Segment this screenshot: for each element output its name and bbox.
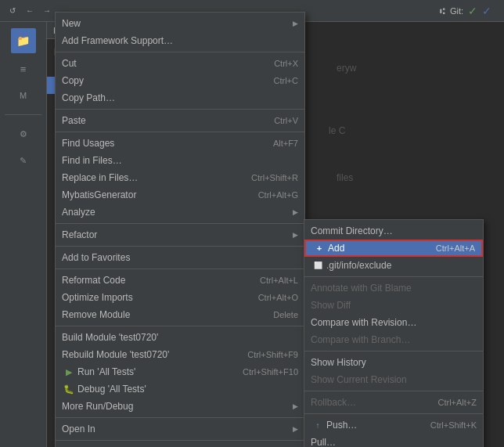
git-label: Git:: [450, 6, 463, 16]
git-check-icon: ✓: [468, 5, 477, 17]
menu-item-cut[interactable]: Cut Ctrl+X: [56, 55, 304, 72]
separator: [56, 440, 304, 441]
primary-context-menu: New ▶ Add Framework Support… Cut Ctrl+X …: [55, 12, 305, 447]
separator: [56, 417, 304, 418]
back-icon[interactable]: ←: [23, 5, 36, 17]
git-menu-show-history[interactable]: Show History: [304, 354, 483, 371]
sidebar-scratch-icon[interactable]: ✎: [13, 150, 34, 171]
menu-item-mybatis[interactable]: MybatisGenerator Ctrl+Alt+G: [56, 186, 304, 204]
sidebar-structure-icon[interactable]: ≡: [13, 58, 34, 80]
undo-icon[interactable]: ↺: [6, 5, 19, 17]
menu-item-reformat[interactable]: Reformat Code Ctrl+Alt+L: [56, 272, 304, 289]
menu-item-rebuild[interactable]: Rebuild Module 'test0720' Ctrl+Shift+F9: [56, 346, 304, 363]
sidebar-maven-icon[interactable]: M: [13, 85, 34, 106]
git-menu-add[interactable]: + Add Ctrl+Alt+A: [304, 240, 483, 257]
submenu-arrow: ▶: [293, 402, 298, 410]
git-menu-compare-branch: Compare with Branch…: [304, 331, 483, 348]
git-menu-pull[interactable]: Pull…: [304, 434, 483, 447]
git-submenu: Commit Directory… + Add Ctrl+Alt+A ⬜ .gi…: [304, 219, 484, 447]
separator: [56, 269, 304, 269]
debug-icon: 🐛: [62, 384, 76, 395]
menu-item-analyze[interactable]: Analyze ▶: [56, 204, 304, 221]
sidebar-external-icon[interactable]: ⚙: [13, 123, 34, 145]
add-icon: +: [312, 243, 326, 253]
menu-item-add-framework[interactable]: Add Framework Support…: [56, 32, 304, 49]
separator: [56, 246, 304, 247]
git-tick-icon: ✓: [482, 5, 491, 17]
submenu-arrow: ▶: [293, 20, 298, 27]
separator: [56, 326, 304, 326]
menu-item-local-history[interactable]: Local History ▶: [56, 443, 304, 447]
push-icon: ↑: [311, 421, 325, 430]
menu-item-copy[interactable]: Copy Ctrl+C: [56, 72, 304, 89]
separator: [304, 351, 483, 351]
git-menu-push[interactable]: ↑ Push… Ctrl+Shift+K: [304, 416, 483, 434]
git-menu-show-diff: Show Diff: [304, 297, 483, 314]
git-menu-compare-revision[interactable]: Compare with Revision…: [304, 314, 483, 331]
menu-item-remove-module[interactable]: Remove Module Delete: [56, 306, 304, 323]
menu-item-debug[interactable]: 🐛 Debug 'All Tests': [56, 380, 304, 398]
separator: [304, 276, 483, 277]
separator: [56, 223, 304, 224]
separator: [56, 109, 304, 110]
menu-item-replace-files[interactable]: Replace in Files… Ctrl+Shift+R: [56, 169, 304, 186]
submenu-arrow: ▶: [293, 231, 298, 239]
menu-item-more-run[interactable]: More Run/Debug ▶: [56, 398, 304, 415]
git-menu-annotate: Annotate with Git Blame: [304, 279, 483, 297]
editor-hint-2: le C: [329, 125, 345, 136]
separator: [304, 413, 483, 414]
sidebar-project-icon[interactable]: 📁: [11, 28, 36, 53]
editor-hint-1: eryw: [337, 63, 356, 74]
separator: [56, 52, 304, 52]
exclude-icon: ⬜: [311, 261, 325, 269]
git-menu-rollback: Rollback… Ctrl+Alt+Z: [304, 394, 483, 411]
submenu-arrow: ▶: [293, 425, 298, 433]
submenu-arrow: ▶: [293, 208, 298, 216]
run-icon: ▶: [62, 367, 76, 377]
sidebar: 📁 ≡ M ⚙ ✎: [0, 22, 47, 447]
menu-item-open-in[interactable]: Open In ▶: [56, 420, 304, 438]
menu-item-favorites[interactable]: Add to Favorites: [56, 249, 304, 266]
menu-item-optimize[interactable]: Optimize Imports Ctrl+Alt+O: [56, 289, 304, 306]
menu-item-build[interactable]: Build Module 'test0720': [56, 329, 304, 346]
forward-icon[interactable]: →: [41, 5, 53, 17]
separator: [304, 391, 483, 391]
menu-item-refactor[interactable]: Refactor ▶: [56, 226, 304, 243]
editor-hint-3: files: [337, 172, 353, 183]
git-menu-commit[interactable]: Commit Directory…: [304, 222, 483, 240]
separator: [56, 132, 304, 132]
menu-item-find-usages[interactable]: Find Usages Alt+F7: [56, 135, 304, 152]
menu-item-run[interactable]: ▶ Run 'All Tests' Ctrl+Shift+F10: [56, 363, 304, 380]
menu-item-new[interactable]: New ▶: [56, 15, 304, 32]
menu-item-copy-path[interactable]: Copy Path…: [56, 89, 304, 106]
menu-item-find-files[interactable]: Find in Files…: [56, 152, 304, 169]
git-menu-exclude[interactable]: ⬜ .git/info/exclude: [304, 257, 483, 274]
git-icon: ⑆: [440, 6, 445, 16]
git-menu-show-revision: Show Current Revision: [304, 371, 483, 388]
menu-item-paste[interactable]: Paste Ctrl+V: [56, 112, 304, 129]
